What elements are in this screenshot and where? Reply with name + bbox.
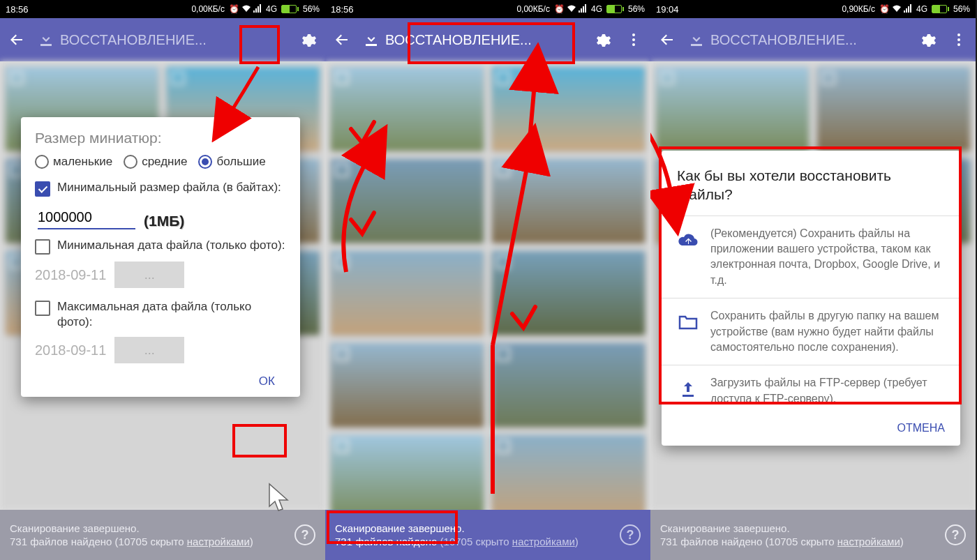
help-icon[interactable]: ? bbox=[620, 524, 641, 545]
thumbnail[interactable] bbox=[817, 67, 970, 151]
restore-option-ftp[interactable]: Загрузить файлы на FTP-сервер (требует д… bbox=[662, 365, 960, 416]
status-icons: ⏰ bbox=[554, 4, 587, 15]
ok-button[interactable]: ОК bbox=[248, 368, 286, 395]
settings-dialog: Размер миниатюр: маленькие средние больш… bbox=[21, 117, 300, 397]
status-right: 0,00КБ/с ⏰ 4G 56% bbox=[191, 4, 320, 15]
checkbox-icon[interactable] bbox=[335, 71, 349, 85]
checkbox-icon[interactable] bbox=[35, 181, 50, 197]
min-date-row[interactable]: Минимальная дата файла (только фото): bbox=[35, 238, 286, 255]
app-bar: ВОССТАНОВЛЕНИЕ... bbox=[650, 18, 976, 61]
status-data: 0,00КБ/с bbox=[516, 4, 550, 14]
thumbnail[interactable] bbox=[656, 67, 809, 151]
radio-icon bbox=[198, 155, 212, 169]
checkbox-icon[interactable] bbox=[35, 301, 50, 316]
app-title[interactable]: ВОССТАНОВЛЕНИЕ... bbox=[39, 32, 286, 48]
status-icons: ⏰ bbox=[879, 4, 912, 15]
wifi-icon bbox=[241, 4, 251, 15]
restore-option-folder[interactable]: Сохранить файлы в другую папку на вашем … bbox=[662, 298, 960, 365]
checkbox-icon[interactable] bbox=[496, 439, 510, 453]
thumbnail[interactable] bbox=[492, 435, 645, 519]
checkbox-icon[interactable] bbox=[496, 71, 510, 85]
status-data: 0,00КБ/с bbox=[191, 4, 225, 14]
svg-point-5 bbox=[957, 43, 960, 46]
help-icon[interactable]: ? bbox=[294, 524, 315, 545]
back-icon[interactable] bbox=[659, 31, 676, 48]
checkbox-icon[interactable] bbox=[821, 71, 835, 85]
checkbox-icon[interactable] bbox=[496, 255, 510, 269]
status-bottom-bar: Сканирование завершено. 731 файлов найде… bbox=[0, 510, 325, 560]
checkbox-icon[interactable] bbox=[496, 163, 510, 177]
signal-icon bbox=[253, 4, 262, 15]
one-mb-annotation: (1МБ) bbox=[144, 213, 184, 229]
settings-link[interactable]: настройками bbox=[837, 536, 900, 547]
alarm-icon: ⏰ bbox=[879, 4, 890, 14]
thumbnail[interactable] bbox=[492, 343, 645, 427]
thumbnail[interactable] bbox=[492, 251, 645, 335]
scan-status-text: Сканирование завершено. 731 файлов найде… bbox=[660, 522, 904, 549]
app-title[interactable]: ВОССТАНОВЛЕНИЕ... bbox=[364, 32, 581, 48]
status-battery: 56% bbox=[953, 4, 970, 14]
checkbox-icon[interactable] bbox=[496, 347, 510, 361]
checkbox-icon[interactable] bbox=[335, 163, 349, 177]
app-bar: ВОССТАНОВЛЕНИЕ... bbox=[325, 18, 650, 61]
min-filesize-input[interactable] bbox=[38, 206, 135, 229]
thumbnail[interactable] bbox=[492, 159, 645, 243]
status-net: 4G bbox=[916, 4, 927, 14]
status-bottom-bar: Сканирование завершено. 731 файлов найде… bbox=[650, 510, 976, 560]
radio-small[interactable]: маленькие bbox=[35, 155, 112, 169]
settings-link[interactable]: настройками bbox=[187, 536, 250, 547]
status-battery: 56% bbox=[628, 4, 645, 14]
radio-large[interactable]: большие bbox=[198, 155, 265, 169]
checkbox-icon[interactable] bbox=[10, 71, 24, 85]
checkbox-icon[interactable] bbox=[335, 439, 349, 453]
more-icon[interactable] bbox=[625, 31, 642, 48]
max-date-row[interactable]: Максимальная дата файла (только фото): bbox=[35, 299, 286, 330]
min-date-value-row: 2018-09-11 ... bbox=[35, 262, 286, 288]
signal-icon bbox=[579, 4, 587, 15]
alarm-icon: ⏰ bbox=[229, 4, 239, 14]
app-title[interactable]: ВОССТАНОВЛЕНИЕ... bbox=[689, 32, 906, 48]
svg-point-2 bbox=[632, 43, 635, 46]
restore-option-cloud[interactable]: (Рекомендуется) Сохранить файлы на прило… bbox=[662, 215, 960, 298]
thumbnail[interactable] bbox=[331, 251, 484, 335]
help-icon[interactable]: ? bbox=[945, 524, 966, 545]
signal-icon bbox=[904, 4, 912, 15]
settings-icon[interactable] bbox=[300, 31, 317, 48]
min-date-picker-button[interactable]: ... bbox=[114, 262, 184, 288]
download-icon bbox=[39, 33, 53, 47]
checkbox-icon[interactable] bbox=[660, 71, 674, 85]
wifi-icon bbox=[892, 4, 902, 15]
min-filesize-row[interactable]: Минимальный размер файла (в байтах): bbox=[35, 180, 286, 197]
radio-medium[interactable]: средние bbox=[124, 155, 187, 169]
cancel-button[interactable]: ОТМЕНА bbox=[897, 422, 945, 434]
back-icon[interactable] bbox=[8, 31, 25, 48]
more-icon[interactable] bbox=[950, 31, 967, 48]
checkbox-icon[interactable] bbox=[171, 71, 185, 85]
status-net: 4G bbox=[591, 4, 602, 14]
status-bottom-bar: Сканирование завершено. 731 файлов найде… bbox=[325, 510, 650, 560]
thumbnail[interactable] bbox=[331, 67, 484, 151]
checkbox-icon[interactable] bbox=[335, 347, 349, 361]
radio-icon bbox=[124, 155, 137, 169]
upload-icon bbox=[677, 378, 699, 400]
back-icon[interactable] bbox=[334, 31, 350, 48]
thumbnail[interactable] bbox=[331, 435, 484, 519]
status-icons: ⏰ bbox=[229, 4, 262, 15]
checkbox-icon[interactable] bbox=[35, 239, 50, 255]
max-date-picker-button[interactable]: ... bbox=[114, 337, 184, 363]
settings-link[interactable]: настройками bbox=[512, 536, 575, 547]
wifi-icon bbox=[567, 4, 576, 15]
settings-icon[interactable] bbox=[920, 31, 937, 48]
status-right: 0,90КБ/с ⏰ 4G 56% bbox=[842, 4, 970, 15]
thumbnail[interactable] bbox=[331, 159, 484, 243]
screen-1: 18:56 0,00КБ/с ⏰ 4G 56% ВОСС bbox=[0, 0, 325, 560]
checkbox-icon[interactable] bbox=[335, 255, 349, 269]
radio-icon bbox=[35, 155, 49, 169]
thumbnail[interactable] bbox=[492, 67, 645, 151]
status-bar: 18:56 0,00КБ/с ⏰ 4G 56% bbox=[0, 0, 325, 18]
status-bar: 19:04 0,90КБ/с ⏰ 4G 56% bbox=[650, 0, 976, 18]
thumbnail-size-radio-group: маленькие средние большие bbox=[35, 155, 286, 169]
thumbnail[interactable] bbox=[331, 343, 484, 427]
settings-icon[interactable] bbox=[595, 31, 611, 48]
min-date-value: 2018-09-11 bbox=[35, 267, 106, 283]
